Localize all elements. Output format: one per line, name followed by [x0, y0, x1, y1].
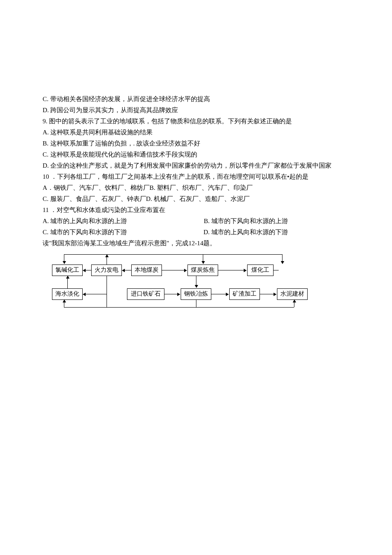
instruction-12-14: 读"我国东部沿海某工业地域生产流程示意图"，完成12-14题。: [43, 238, 349, 248]
arrow-down-icon: [195, 285, 198, 288]
arrow-down-icon: [281, 261, 284, 264]
arrow-down-icon: [202, 261, 205, 264]
node-coking: 煤炭炼焦: [187, 264, 218, 276]
arrow-down-icon: [63, 261, 66, 264]
conn: [196, 276, 196, 286]
conn: [162, 270, 185, 270]
q9-option-c: C. 这种联系是依能现代化的运输和通信技术手段实现的: [43, 149, 349, 160]
node-iron-ore: 进口铁矿石: [127, 288, 164, 300]
arrow-left-icon: [122, 269, 125, 272]
arrow-right-icon: [226, 293, 229, 296]
arrow-up-icon: [66, 276, 69, 279]
arrow-right-icon: [244, 269, 247, 272]
q11-option-c: C. 城市的下风向和水源的下游: [43, 229, 127, 235]
q9-option-a: A. 这种联系是共同利用基础设施的结果: [43, 127, 349, 137]
conn: [107, 294, 107, 307]
conn: [274, 270, 279, 270]
option-c: C. 带动相关各国经济的发展，从而促进全球经济水平的提高: [43, 94, 349, 104]
conn: [85, 270, 91, 270]
node-local-coal: 本地煤炭: [131, 264, 162, 276]
q11-options-row2: C. 城市的下风向和水源的下游D. 城市的上风向和水源的下游: [43, 227, 349, 237]
q9-option-d: D. 企业的这种生产形式，就是为了利用发展中国家廉价的劳动力，所以零件生产厂家都…: [43, 160, 349, 171]
q9-option-b: B. 这种联系加重了运输的负担，. 故该企业经济效益不好: [43, 138, 349, 148]
arrow-right-icon: [177, 293, 180, 296]
conn: [282, 254, 282, 255]
arrow-left-icon: [83, 269, 86, 272]
node-chloralkali: 氯碱化工: [52, 264, 83, 276]
conn: [294, 302, 294, 307]
conn: [164, 294, 178, 294]
question-10: 10 ．下列各组工厂，每组工厂之间基本上没有生产上的联系，而在地理空间可以联系在…: [43, 171, 349, 182]
q11-option-a: A. 城市的上风向和水源的上游: [43, 218, 127, 224]
q10-option-ab: A．钢铁厂、汽车厂、饮料厂、棉纺厂B. 塑料厂、织布厂、汽车厂、印染厂: [43, 183, 349, 193]
conn: [260, 294, 274, 294]
conn: [196, 299, 196, 307]
node-steel: 钢铁冶炼: [181, 288, 211, 300]
process-flow-diagram: 氯碱化工 火力发电 本地煤炭 煤炭炼焦 煤化工 海水淡化 进口铁矿石 钢铁冶炼 …: [47, 252, 307, 311]
exam-page: C. 带动相关各国经济的发展，从而促进全球经济水平的提高 D. 跨国公司为显示其…: [43, 94, 349, 311]
arrow-up-icon: [63, 299, 66, 302]
arrow-up-icon: [293, 299, 296, 302]
node-cement: 水泥建材: [277, 288, 308, 300]
arrow-up-icon: [105, 254, 109, 257]
conn: [211, 294, 227, 294]
q11-option-d: D. 城市的上风向和水源的下游: [204, 229, 288, 235]
node-coal-chem: 煤化工: [247, 264, 274, 276]
node-thermal-power: 火力发电: [91, 264, 122, 276]
question-11: 11 ．对空气和水体造成污染的工业应布置在: [43, 205, 349, 215]
q10-option-cd: C. 服装厂、食品厂、石灰厂、钟表厂D. 机械厂、石灰厂、造船厂、水泥厂: [43, 194, 349, 204]
node-desalination: 海水淡化: [52, 288, 83, 300]
arrow-right-icon: [274, 293, 277, 296]
conn: [64, 302, 64, 307]
q11-option-b: B. 城市的下风向和水源的上游: [204, 218, 288, 224]
top-bus-line: [64, 254, 282, 255]
node-slag: 矿渣加工: [229, 288, 260, 300]
conn: [67, 278, 68, 288]
bottom-bus-line: [64, 307, 294, 308]
arrow-right-icon: [184, 269, 187, 272]
q11-options-row1: A. 城市的上风向和水源的上游B. 城市的下风向和水源的上游: [43, 216, 349, 226]
option-d: D. 跨国公司为显示其实力，从而提高其品牌效应: [43, 105, 349, 115]
conn: [107, 276, 107, 294]
question-9: 9. 图中的箭头表示了工业的地域联系，包括了物质和信息的联系。下列有关叙述正确的…: [43, 116, 349, 126]
conn: [124, 270, 131, 270]
arrow-left-icon: [83, 293, 86, 296]
conn: [218, 270, 245, 270]
conn: [107, 257, 107, 264]
conn: [85, 294, 107, 294]
